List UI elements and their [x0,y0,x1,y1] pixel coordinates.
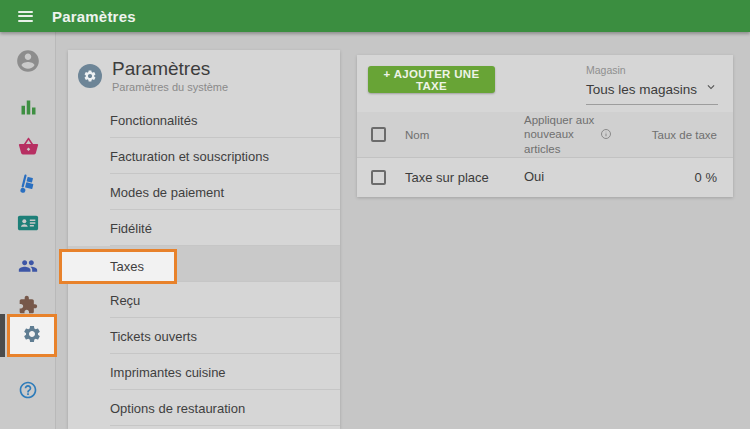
taxes-panel-toolbar: + AJOUTER UNE TAXE Magasin Tous les maga… [357,55,733,112]
bar-chart-icon [18,97,39,118]
table-header: Nom Appliquer aux nouveaux articles Taux… [357,112,733,158]
account-circle-icon [15,48,41,74]
gear-icon [22,324,42,348]
settings-highlight-box[interactable] [7,314,57,357]
sidebar-item-account[interactable] [0,42,56,80]
hand-truck-icon [17,174,39,196]
settings-panel-subtitle: Paramètres du système [112,81,228,93]
add-tax-button[interactable]: + AJOUTER UNE TAXE [368,66,495,93]
menu-item-modes-paiement[interactable]: Modes de paiement [68,174,340,210]
column-header-rate: Taux de taxe [630,129,717,141]
puzzle-icon [18,295,38,315]
menu-item-fidelite[interactable]: Fidélité [68,210,340,246]
tax-name-cell: Taxe sur place [405,170,524,185]
select-all-checkbox[interactable] [371,127,386,142]
table-row[interactable]: Taxe sur place Oui 0 % [357,158,733,196]
sidebar-item-items[interactable] [0,128,56,164]
menu-icon[interactable] [18,11,33,22]
page-title: Paramètres [52,8,136,25]
menu-item-options-restauration[interactable]: Options de restauration [68,390,340,426]
contact-card-icon [17,212,39,234]
app-window: Paramètres [0,0,750,429]
sidebar-item-reports[interactable] [0,89,56,125]
help-icon [18,380,38,400]
store-select[interactable]: Magasin Tous les magasins [586,64,718,105]
menu-item-facturation[interactable]: Facturation et souscriptions [68,138,340,174]
settings-menu-panel: Paramètres Paramètres du système Fonctio… [68,50,340,429]
column-header-name: Nom [405,129,524,141]
menu-item-tickets-ouverts[interactable]: Tickets ouverts [68,318,340,354]
store-select-value: Tous les magasins [586,82,697,97]
tax-apply-new-cell: Oui [524,169,600,185]
store-select-label: Magasin [586,64,718,76]
people-icon [18,256,38,276]
taxes-panel: + AJOUTER UNE TAXE Magasin Tous les maga… [357,55,733,197]
menu-item-recu[interactable]: Reçu [68,282,340,318]
settings-panel-title: Paramètres [112,59,228,79]
sidebar-item-help[interactable] [0,372,56,408]
sidebar-item-inventory[interactable] [0,167,56,203]
selected-indicator [0,314,5,357]
chevron-down-icon [704,80,718,98]
sidebar-item-employees[interactable] [0,248,56,284]
app-header: Paramètres [0,0,750,32]
taxes-highlight-box[interactable]: Taxes [59,249,177,284]
sidebar-item-customers[interactable] [0,205,56,241]
settings-panel-header: Paramètres Paramètres du système [68,50,340,102]
menu-item-fonctionnalites[interactable]: Fonctionnalités [68,102,340,138]
sidebar [0,32,56,429]
menu-item-imprimantes-cuisine[interactable]: Imprimantes cuisine [68,354,340,390]
info-icon[interactable] [600,128,612,142]
tax-rate-cell: 0 % [630,170,717,185]
row-checkbox[interactable] [371,170,386,185]
gear-badge-icon [83,69,97,83]
column-header-apply-new: Appliquer aux nouveaux articles [524,113,600,156]
shopping-basket-icon [18,136,39,157]
settings-badge [78,64,102,88]
